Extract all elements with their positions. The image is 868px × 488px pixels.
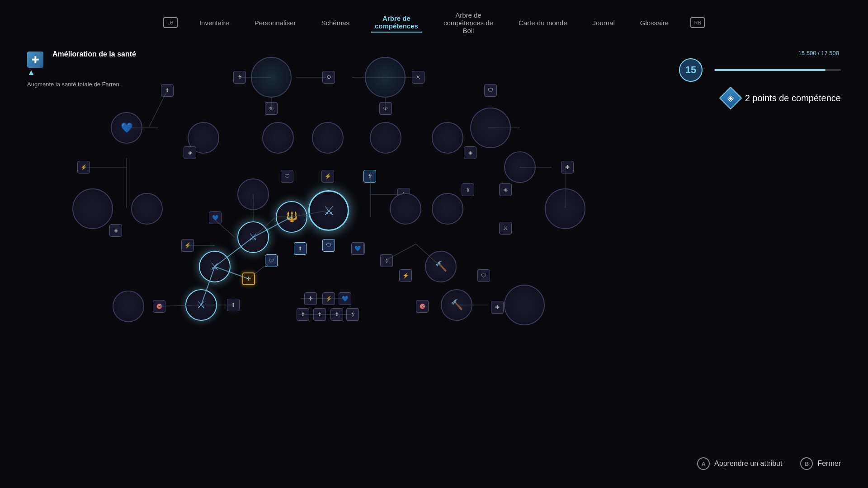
nav-arbre-boii[interactable]: Arbre decompétences deBoii xyxy=(440,9,497,36)
learn-label: Apprendre un attribut xyxy=(714,460,782,468)
lb-button[interactable]: LB xyxy=(163,17,178,28)
svg-line-38 xyxy=(215,267,249,279)
rb-button[interactable]: RB xyxy=(690,17,705,28)
nav-journal[interactable]: Journal xyxy=(589,17,618,28)
diamond-icon: ◈ xyxy=(719,87,742,110)
svg-line-30 xyxy=(416,244,441,267)
nav-glossaire[interactable]: Glossaire xyxy=(637,17,672,28)
learn-button[interactable]: A Apprendre un attribut xyxy=(697,457,782,470)
xp-bar xyxy=(714,69,841,71)
svg-line-6 xyxy=(149,90,167,127)
close-button[interactable]: B Fermer xyxy=(800,457,841,470)
close-label: Fermer xyxy=(817,460,841,468)
svg-line-20 xyxy=(158,305,199,306)
svg-line-12 xyxy=(292,211,328,217)
nav-inventaire[interactable]: Inventaire xyxy=(196,17,233,28)
bottom-actions: A Apprendre un attribut B Fermer xyxy=(697,457,841,470)
svg-line-37 xyxy=(201,267,215,305)
right-panel: 15 500 / 17 500 15 ◈ 2 points de compéte… xyxy=(679,50,841,106)
level-badge: 15 xyxy=(679,58,703,82)
skill-description: Augmente la santé totale de Farren. xyxy=(27,81,145,88)
svg-line-19 xyxy=(216,221,235,237)
skill-points-row: ◈ 2 points de compétence xyxy=(722,90,841,106)
points-label: 2 points de compétence xyxy=(745,93,841,103)
info-panel: ✚ ▲ Amélioration de la santé Augmente la… xyxy=(27,50,145,88)
svg-line-16 xyxy=(249,261,271,279)
xp-values: 15 500 / 17 500 xyxy=(798,50,839,56)
skill-icon: ✚ xyxy=(27,52,43,68)
a-button-icon: A xyxy=(697,457,710,470)
nav-schemas[interactable]: Schémas xyxy=(317,17,353,28)
b-button-icon: B xyxy=(800,457,813,470)
skill-title: Amélioration de la santé xyxy=(52,50,136,58)
svg-line-29 xyxy=(387,244,416,260)
xp-fill xyxy=(714,69,826,71)
svg-line-35 xyxy=(215,237,253,267)
top-navigation: LB Inventaire Personnaliser Schémas Arbr… xyxy=(0,0,868,45)
nav-arbre-competences[interactable]: Arbre decompétences xyxy=(371,13,422,33)
nav-carte[interactable]: Carte du monde xyxy=(515,17,571,28)
nav-personnaliser[interactable]: Personnaliser xyxy=(251,17,300,28)
